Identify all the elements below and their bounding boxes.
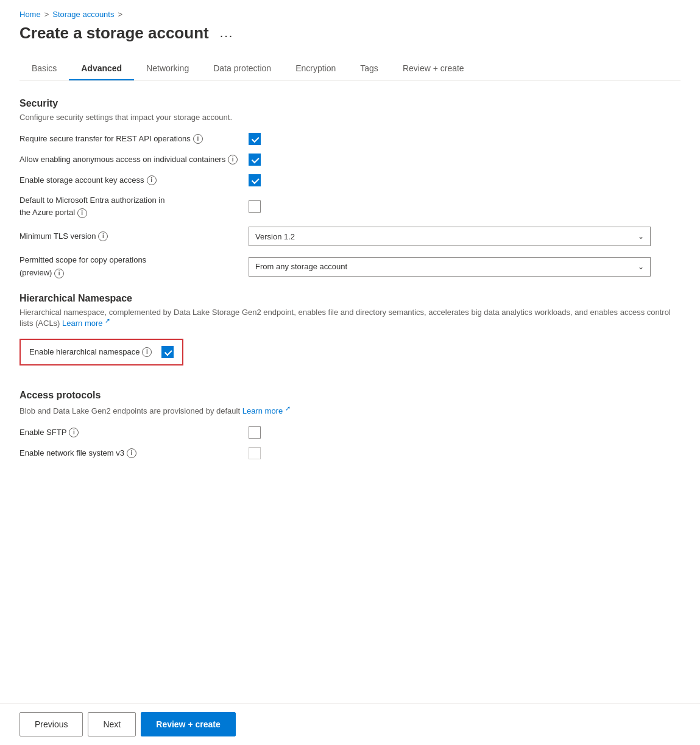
- enable-key-access-label: Enable storage account key access i: [19, 175, 239, 186]
- ellipsis-button[interactable]: ...: [216, 25, 238, 41]
- enable-sftp-label: Enable SFTP i: [19, 427, 239, 438]
- allow-anonymous-access-info-icon[interactable]: i: [228, 155, 238, 164]
- enable-key-access-checkbox[interactable]: [249, 174, 261, 186]
- enable-hierarchical-label: Enable hierarchical namespace i: [29, 347, 152, 358]
- tab-review-create[interactable]: Review + create: [391, 57, 476, 80]
- min-tls-value: Version 1.2: [255, 232, 295, 241]
- min-tls-info-icon[interactable]: i: [98, 231, 108, 241]
- enable-sftp-row: Enable SFTP i: [19, 426, 681, 439]
- access-protocols-desc: Blob and Data Lake Gen2 endpoints are pr…: [19, 404, 681, 415]
- default-entra-info-icon[interactable]: i: [77, 208, 87, 218]
- tab-encryption[interactable]: Encryption: [283, 57, 348, 80]
- hierarchical-section: Hierarchical Namespace Hierarchical name…: [19, 293, 681, 379]
- min-tls-row: Minimum TLS version i Version 1.2 ⌄: [19, 227, 681, 246]
- min-tls-label: Minimum TLS version i: [19, 231, 239, 242]
- min-tls-chevron-icon: ⌄: [638, 232, 644, 241]
- tab-advanced[interactable]: Advanced: [69, 57, 134, 80]
- default-entra-checkbox[interactable]: [249, 200, 261, 213]
- hierarchical-external-icon: ➚: [105, 317, 110, 324]
- access-protocols-external-icon: ➚: [285, 404, 291, 412]
- hierarchical-namespace-highlight-box: Enable hierarchical namespace i: [19, 339, 183, 365]
- security-title: Security: [19, 98, 681, 109]
- require-secure-transfer-row: Require secure transfer for REST API ope…: [19, 133, 681, 145]
- enable-sftp-checkbox[interactable]: [249, 426, 261, 439]
- allow-anonymous-access-row: Allow enabling anonymous access on indiv…: [19, 154, 681, 166]
- breadcrumb-home[interactable]: Home: [19, 10, 41, 19]
- review-create-button[interactable]: Review + create: [141, 712, 235, 736]
- tab-basics[interactable]: Basics: [19, 57, 69, 80]
- security-desc: Configure security settings that impact …: [19, 113, 681, 122]
- permitted-scope-dropdown[interactable]: From any storage account ⌄: [249, 257, 651, 277]
- enable-nfs-info-icon[interactable]: i: [127, 448, 136, 458]
- next-button[interactable]: Next: [88, 712, 136, 736]
- enable-hierarchical-checkbox[interactable]: [161, 346, 174, 358]
- min-tls-dropdown[interactable]: Version 1.2 ⌄: [249, 227, 651, 246]
- default-entra-label: Default to Microsoft Entra authorization…: [19, 195, 239, 218]
- content-area: Security Configure security settings tha…: [19, 98, 681, 517]
- require-secure-transfer-info-icon[interactable]: i: [193, 134, 203, 144]
- permitted-scope-chevron-icon: ⌄: [638, 263, 644, 271]
- require-secure-transfer-label: Require secure transfer for REST API ope…: [19, 133, 239, 144]
- require-secure-transfer-checkbox[interactable]: [249, 133, 261, 145]
- permitted-scope-info-icon[interactable]: i: [54, 269, 64, 278]
- allow-anonymous-access-checkbox[interactable]: [249, 154, 261, 166]
- breadcrumb-storage[interactable]: Storage accounts: [52, 10, 114, 19]
- hierarchical-title: Hierarchical Namespace: [19, 293, 681, 304]
- hierarchical-desc: Hierarchical namespace, complemented by …: [19, 308, 681, 328]
- tab-data-protection[interactable]: Data protection: [201, 57, 283, 80]
- breadcrumb-sep1: >: [44, 10, 49, 19]
- page-title-row: Create a storage account ...: [19, 24, 681, 43]
- previous-button[interactable]: Previous: [19, 712, 83, 736]
- enable-nfs-row: Enable network file system v3 i: [19, 447, 681, 459]
- access-protocols-title: Access protocols: [19, 390, 681, 401]
- tab-networking[interactable]: Networking: [134, 57, 201, 80]
- enable-nfs-checkbox[interactable]: [249, 447, 261, 459]
- breadcrumb-sep2: >: [118, 10, 122, 19]
- breadcrumb: Home > Storage accounts >: [19, 10, 681, 19]
- hierarchical-learn-more-link[interactable]: Learn more ➚: [62, 319, 110, 328]
- page-title: Create a storage account: [19, 24, 209, 43]
- tab-tags[interactable]: Tags: [348, 57, 391, 80]
- enable-sftp-info-icon[interactable]: i: [69, 428, 79, 437]
- permitted-scope-value: From any storage account: [255, 262, 347, 271]
- permitted-scope-row: Permitted scope for copy operations (pre…: [19, 255, 681, 278]
- tab-bar: Basics Advanced Networking Data protecti…: [19, 57, 681, 81]
- enable-key-access-info-icon[interactable]: i: [147, 175, 157, 185]
- enable-key-access-row: Enable storage account key access i: [19, 174, 681, 186]
- enable-nfs-label: Enable network file system v3 i: [19, 448, 239, 459]
- access-protocols-learn-more-link[interactable]: Learn more ➚: [242, 406, 291, 415]
- permitted-scope-label: Permitted scope for copy operations (pre…: [19, 255, 239, 278]
- allow-anonymous-access-label: Allow enabling anonymous access on indiv…: [19, 154, 239, 165]
- security-section: Security Configure security settings tha…: [19, 98, 681, 278]
- enable-hierarchical-info-icon[interactable]: i: [142, 347, 152, 357]
- access-protocols-section: Access protocols Blob and Data Lake Gen2…: [19, 390, 681, 459]
- default-entra-row: Default to Microsoft Entra authorization…: [19, 195, 681, 218]
- bottom-bar: Previous Next Review + create: [0, 703, 700, 745]
